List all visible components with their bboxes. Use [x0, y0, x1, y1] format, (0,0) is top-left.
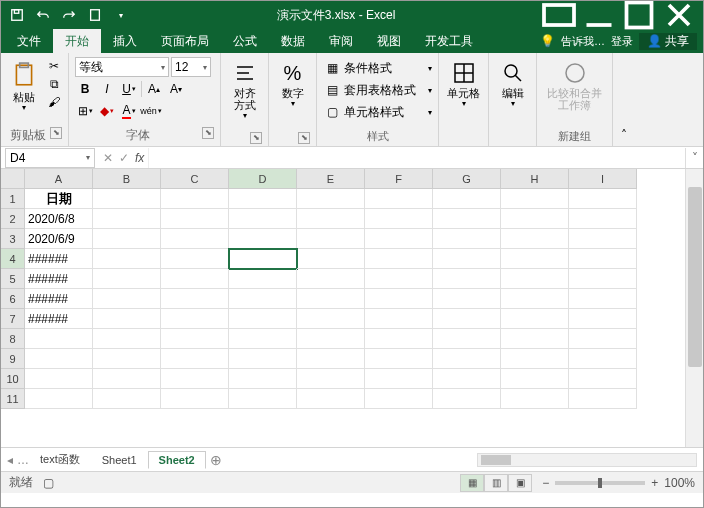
cell[interactable] [93, 229, 161, 249]
tab-nav-prev-icon[interactable]: ◂ [7, 453, 13, 467]
cell[interactable] [501, 289, 569, 309]
sheet-tab[interactable]: Sheet1 [91, 451, 148, 469]
cell[interactable] [365, 309, 433, 329]
zoom-in-icon[interactable]: + [651, 476, 658, 490]
row-header[interactable]: 7 [1, 309, 25, 329]
cell[interactable] [501, 249, 569, 269]
cell[interactable] [161, 189, 229, 209]
cell[interactable] [25, 329, 93, 349]
cell[interactable] [365, 209, 433, 229]
sheet-tab[interactable]: text函数 [29, 449, 91, 470]
cell[interactable] [229, 349, 297, 369]
save-icon[interactable] [5, 4, 29, 26]
alignment-button[interactable]: 对齐方式▾ [227, 57, 262, 122]
font-name-combo[interactable]: 等线▾ [75, 57, 169, 77]
cell[interactable] [569, 329, 637, 349]
cell[interactable] [501, 209, 569, 229]
font-color-button[interactable]: A▾ [119, 101, 139, 121]
cell[interactable]: ###### [25, 309, 93, 329]
cell[interactable] [229, 389, 297, 409]
paste-button[interactable]: 粘贴 ▾ [7, 57, 41, 114]
cell[interactable] [433, 289, 501, 309]
cell[interactable] [93, 369, 161, 389]
dialog-launcher-icon[interactable]: ⬊ [202, 127, 214, 139]
cell[interactable] [433, 329, 501, 349]
row-header[interactable]: 5 [1, 269, 25, 289]
italic-button[interactable]: I [97, 79, 117, 99]
number-format-button[interactable]: % 数字▾ [275, 57, 310, 110]
view-pagebreak-icon[interactable]: ▣ [508, 474, 532, 492]
cell[interactable] [569, 209, 637, 229]
cell[interactable] [569, 289, 637, 309]
macro-record-icon[interactable]: ▢ [43, 476, 54, 490]
minimize-icon[interactable] [579, 4, 619, 26]
underline-button[interactable]: U▾ [119, 79, 139, 99]
edit-button[interactable]: 编辑▾ [495, 57, 530, 110]
view-pagelayout-icon[interactable]: ▥ [484, 474, 508, 492]
column-header[interactable]: C [161, 169, 229, 189]
cell[interactable] [365, 329, 433, 349]
cell[interactable]: 2020/6/8 [25, 209, 93, 229]
cell[interactable] [93, 349, 161, 369]
cell[interactable] [93, 329, 161, 349]
row-header[interactable]: 4 [1, 249, 25, 269]
phonetic-button[interactable]: wén▾ [141, 101, 161, 121]
cell[interactable] [569, 229, 637, 249]
cell[interactable] [161, 309, 229, 329]
cell[interactable] [297, 309, 365, 329]
cell[interactable] [433, 249, 501, 269]
cell[interactable] [365, 269, 433, 289]
bold-button[interactable]: B [75, 79, 95, 99]
cell[interactable] [161, 329, 229, 349]
row-header[interactable]: 9 [1, 349, 25, 369]
zoom-out-icon[interactable]: − [542, 476, 549, 490]
redo-icon[interactable] [57, 4, 81, 26]
ribbon-options-icon[interactable] [539, 4, 579, 26]
cell[interactable]: ###### [25, 269, 93, 289]
cell[interactable] [501, 189, 569, 209]
cell[interactable] [433, 189, 501, 209]
cell[interactable] [229, 189, 297, 209]
cell[interactable] [569, 189, 637, 209]
cell[interactable] [161, 249, 229, 269]
cell[interactable] [229, 229, 297, 249]
cell[interactable] [569, 249, 637, 269]
format-painter-icon[interactable]: 🖌 [43, 93, 65, 111]
share-button[interactable]: 👤共享 [639, 33, 697, 50]
row-header[interactable]: 1 [1, 189, 25, 209]
cell[interactable] [161, 229, 229, 249]
cell[interactable] [161, 369, 229, 389]
cell[interactable] [365, 189, 433, 209]
add-sheet-icon[interactable]: ⊕ [206, 452, 226, 468]
cell[interactable] [161, 289, 229, 309]
expand-formula-icon[interactable]: ˅ [685, 148, 703, 168]
cut-icon[interactable]: ✂ [43, 57, 65, 75]
close-icon[interactable] [659, 4, 699, 26]
tab-data[interactable]: 数据 [269, 29, 317, 53]
cells-button[interactable]: 单元格▾ [445, 57, 482, 110]
cell[interactable] [501, 269, 569, 289]
dialog-launcher-icon[interactable]: ⬊ [298, 132, 310, 144]
cell[interactable] [229, 269, 297, 289]
fx-icon[interactable]: fx [135, 151, 144, 165]
cell-style-button[interactable]: ▢单元格样式 ▾ [323, 101, 432, 123]
tab-home[interactable]: 开始 [53, 29, 101, 53]
cell[interactable]: 日期 [25, 189, 93, 209]
cell[interactable] [93, 269, 161, 289]
cell[interactable]: 2020/6/9 [25, 229, 93, 249]
cell[interactable] [501, 369, 569, 389]
conditional-format-button[interactable]: ▦条件格式 ▾ [323, 57, 432, 79]
cell[interactable] [297, 329, 365, 349]
cell[interactable] [501, 229, 569, 249]
cell[interactable] [229, 309, 297, 329]
fill-color-button[interactable]: ◆▾ [97, 101, 117, 121]
cell[interactable] [297, 189, 365, 209]
decrease-font-icon[interactable]: A▾ [166, 79, 186, 99]
cell[interactable] [93, 289, 161, 309]
login-link[interactable]: 登录 [611, 34, 633, 49]
cell[interactable] [569, 369, 637, 389]
cell[interactable] [25, 389, 93, 409]
cell[interactable] [365, 229, 433, 249]
cancel-entry-icon[interactable]: ✕ [103, 151, 113, 165]
cell[interactable] [229, 329, 297, 349]
